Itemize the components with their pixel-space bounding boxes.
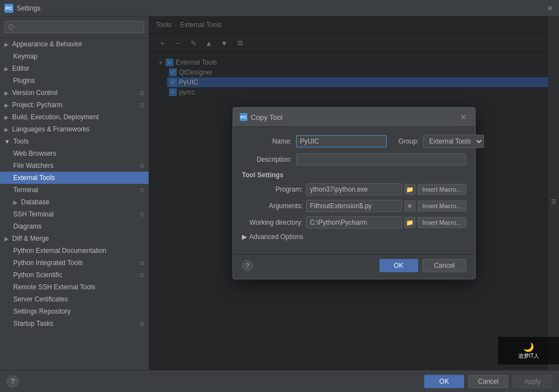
sidebar-item-project-pycharm[interactable]: ▶ Project: Pycharm ⧉	[0, 99, 149, 111]
external-icon: ⧉	[140, 89, 144, 97]
name-label: Name:	[242, 137, 292, 145]
modal-overlay: PC Copy Tool ✕ Name: Group: External Too…	[149, 17, 559, 370]
sidebar-item-version-control[interactable]: ▶ Version Control ⧉	[0, 87, 149, 99]
external-icon: ⧉	[140, 272, 144, 279]
external-icon: ⧉	[140, 259, 144, 267]
dialog-close-button[interactable]: ✕	[458, 112, 468, 122]
sidebar-item-diagrams[interactable]: Diagrams	[0, 220, 149, 232]
title-bar: PC Settings ✕	[0, 0, 559, 17]
help-button[interactable]: ?	[7, 375, 19, 388]
content-area: Tools › External Tools + − ✎ ▲ ▼ ⧉ ▼ ✓ E…	[149, 17, 559, 370]
dialog-icon: PC	[240, 113, 247, 121]
sidebar-item-diff-merge[interactable]: ▶ Diff & Merge	[0, 232, 149, 245]
working-dir-row: Working directory: 📁 Insert Macro...	[242, 216, 466, 229]
sidebar-item-tools[interactable]: ▼ Tools	[0, 135, 149, 147]
sidebar-item-build-execution[interactable]: ▶ Build, Execution, Deployment	[0, 111, 149, 123]
sidebar-item-label: Languages & Frameworks	[12, 125, 89, 133]
sidebar-item-remote-ssh[interactable]: Remote SSH External Tools	[0, 281, 149, 293]
sidebar-item-label: Diagrams	[13, 223, 41, 230]
sidebar-item-settings-repo[interactable]: Settings Repository	[0, 305, 149, 317]
sidebar-item-label: Python External Documentation	[13, 247, 107, 255]
group-select[interactable]: External Tools	[423, 135, 484, 148]
arguments-row: Arguments: ✕ Insert Macro...	[242, 200, 466, 212]
dialog-titlebar: PC Copy Tool ✕	[233, 108, 475, 127]
window-title: Settings	[17, 4, 542, 12]
program-browse-button[interactable]: 📁	[404, 184, 415, 195]
sidebar-item-server-certs[interactable]: Server Certificates	[0, 293, 149, 305]
sidebar-item-python-ext-doc[interactable]: Python External Documentation	[0, 245, 149, 257]
external-icon: ⧉	[140, 102, 144, 109]
sidebar-item-label: Terminal	[13, 186, 38, 194]
sidebar-item-label: Tools	[13, 137, 29, 145]
advanced-options-toggle[interactable]: ▶ Advanced Options	[242, 233, 466, 241]
sidebar-item-web-browsers[interactable]: Web Browsers	[0, 147, 149, 160]
apply-button[interactable]: Apply	[513, 375, 552, 388]
sidebar-item-label: Appearance & Behavior	[12, 40, 82, 48]
sidebar-item-label: Settings Repository	[13, 308, 71, 315]
sidebar-item-ssh-terminal[interactable]: SSH Terminal ⧉	[0, 208, 149, 220]
cancel-button[interactable]: Cancel	[468, 375, 508, 388]
program-insert-macro-button[interactable]: Insert Macro...	[418, 184, 466, 195]
arguments-clear-button[interactable]: ✕	[404, 200, 415, 211]
arrow-icon: ▶	[4, 102, 9, 108]
program-input[interactable]	[306, 183, 402, 195]
working-dir-insert-macro-button[interactable]: Insert Macro...	[418, 217, 466, 228]
sidebar-item-label: Diff & Merge	[12, 235, 49, 242]
sidebar-item-database[interactable]: ▶ Database	[0, 196, 149, 208]
arguments-input[interactable]	[306, 200, 402, 212]
arrow-icon: ▶	[4, 236, 9, 242]
sidebar-item-python-int-tools[interactable]: Python Integrated Tools ⧉	[0, 257, 149, 269]
working-dir-input[interactable]	[306, 216, 402, 229]
ok-button[interactable]: OK	[424, 375, 464, 388]
advanced-options-label: Advanced Options	[249, 233, 303, 241]
sidebar-item-label: Python Scientific	[13, 271, 62, 279]
watermark: 🌙 追梦IT人	[498, 337, 559, 364]
sidebar-item-label: Version Control	[12, 89, 57, 97]
sidebar-item-python-scientific[interactable]: Python Scientific ⧉	[0, 269, 149, 281]
name-group-row: Name: Group: External Tools	[242, 135, 466, 148]
description-label: Description:	[242, 156, 292, 163]
external-icon: ⧉	[140, 320, 144, 327]
sidebar: ▶ Appearance & Behavior Keymap ▶ Editor …	[0, 17, 149, 370]
copy-tool-dialog: PC Copy Tool ✕ Name: Group: External Too…	[233, 107, 476, 279]
dialog-title: Copy Tool	[251, 113, 455, 121]
program-row: Program: 📁 Insert Macro...	[242, 183, 466, 195]
bottom-bar: ? OK Cancel Apply	[0, 370, 559, 392]
arguments-label: Arguments:	[242, 202, 303, 210]
dialog-footer: ? OK Cancel	[233, 254, 475, 279]
sidebar-item-editor[interactable]: ▶ Editor	[0, 62, 149, 75]
sidebar-item-label: Server Certificates	[13, 295, 68, 303]
sidebar-item-appearance[interactable]: ▶ Appearance & Behavior	[0, 38, 149, 50]
sidebar-item-keymap[interactable]: Keymap	[0, 50, 149, 62]
dialog-body: Name: Group: External Tools Description:	[233, 127, 475, 254]
window-close-button[interactable]: ✕	[546, 4, 555, 13]
sidebar-item-label: Build, Execution, Deployment	[12, 113, 99, 121]
sidebar-item-terminal[interactable]: Terminal ⧉	[0, 184, 149, 196]
arguments-insert-macro-button[interactable]: Insert Macro...	[418, 200, 466, 211]
arrow-icon: ▼	[4, 139, 10, 145]
external-icon: ⧉	[140, 211, 144, 218]
sidebar-item-languages-frameworks[interactable]: ▶ Languages & Frameworks	[0, 123, 149, 135]
group-select-wrap: External Tools	[423, 135, 484, 148]
sidebar-item-file-watchers[interactable]: File Watchers ⧉	[0, 160, 149, 172]
dialog-cancel-button[interactable]: Cancel	[423, 259, 466, 272]
sidebar-item-label: SSH Terminal	[13, 210, 54, 218]
dialog-ok-button[interactable]: OK	[379, 259, 418, 272]
working-dir-label: Working directory:	[242, 219, 303, 226]
description-input[interactable]	[296, 153, 466, 166]
sidebar-item-label: Plugins	[13, 77, 35, 84]
sidebar-item-label: Remote SSH External Tools	[13, 283, 96, 291]
sidebar-item-external-tools[interactable]: External Tools	[0, 172, 149, 184]
name-input[interactable]	[296, 135, 387, 147]
sidebar-item-plugins[interactable]: Plugins	[0, 75, 149, 87]
advanced-arrow-icon: ▶	[242, 233, 247, 241]
sidebar-item-label: Editor	[12, 65, 29, 72]
search-input[interactable]	[4, 21, 144, 33]
sidebar-item-label: Python Integrated Tools	[13, 259, 83, 267]
working-dir-input-wrap: 📁 Insert Macro...	[306, 216, 466, 229]
sidebar-item-startup-tasks[interactable]: Startup Tasks ⧉	[0, 317, 149, 330]
external-icon: ⧉	[140, 162, 144, 169]
sidebar-item-label: External Tools	[13, 174, 55, 182]
dialog-help-button[interactable]: ?	[242, 260, 253, 271]
working-dir-browse-button[interactable]: 📁	[404, 217, 415, 228]
